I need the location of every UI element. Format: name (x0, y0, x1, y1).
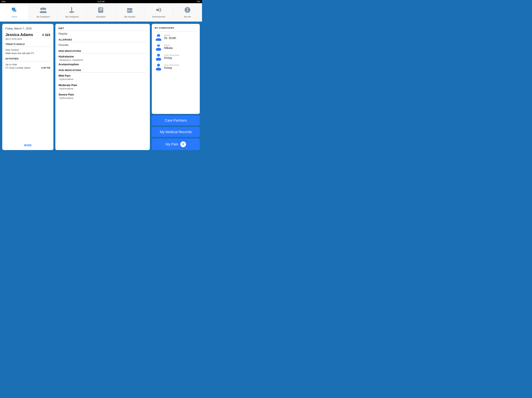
svg-rect-15 (99, 10, 101, 11)
svg-rect-37 (158, 44, 159, 44)
nav-item-entertainment[interactable]: Entertainment (144, 3, 173, 21)
caregivers-icon-1 (39, 7, 47, 15)
activity-label-2: CT Scan Lumbar Spine (6, 66, 30, 69)
svg-point-38 (157, 54, 160, 57)
activity-row-1: Up to chair (6, 63, 50, 66)
my-medical-records-button[interactable]: My Medical Records (152, 127, 200, 137)
caregiver-nurse: Nurse Mikala (155, 43, 197, 51)
svg-rect-11 (69, 12, 74, 12)
caregivers-icon-2 (69, 7, 76, 15)
doctor-name: Dr. Smith (164, 37, 176, 40)
nav-label-entertainment: Entertainment (152, 16, 165, 18)
doctor-role: Doctor (164, 34, 176, 37)
main-content: Friday, March 7, 2020 Jessica Adams # 32… (0, 22, 202, 152)
caregivers-card: MY CAREGIVERS Doctor Dr. Smith (152, 24, 200, 114)
goals-divider (6, 47, 50, 47)
svg-point-39 (156, 58, 161, 61)
nav-item-my-caregivers-1[interactable]: My Caregivers (29, 3, 57, 21)
caregiver-tech-1: Care Technician Krissy (155, 53, 197, 61)
activities-section-title: ACTIVITIES (6, 57, 50, 60)
svg-rect-22 (128, 10, 130, 11)
patient-name: Jessica Adams (6, 32, 33, 37)
svg-rect-9 (71, 7, 72, 12)
svg-point-35 (156, 48, 161, 51)
activity-time-2: 4:00 PM (41, 66, 50, 69)
new-med-1-effects: Sleepiness, Headache (59, 58, 147, 61)
diet-value: Regular (58, 32, 147, 35)
doctor-info: Doctor Dr. Smith (164, 34, 176, 40)
pain-med-moderate-med: Hydrocodone (59, 87, 147, 90)
nav-label-my-hospital: My Hospital (124, 16, 135, 18)
nav-label-home: Home (12, 16, 17, 18)
new-med-1-name: Hydralazine (58, 55, 147, 58)
nav-label-my-info: My Info (184, 16, 191, 18)
tech-2-info: Care Technician Krissy (164, 64, 179, 69)
caregiver-doctor: Doctor Dr. Smith (155, 33, 197, 41)
entertainment-icon (155, 7, 162, 15)
device-name: iPad (2, 0, 6, 3)
svg-point-31 (156, 38, 161, 41)
svg-rect-16 (98, 7, 99, 13)
nav-item-my-caregivers-2[interactable]: My Caregivers (58, 3, 87, 21)
svg-rect-33 (158, 36, 159, 38)
navigation-bar: Home My Caregivers My Caregivers (0, 3, 202, 22)
svg-point-7 (44, 8, 46, 10)
nav-item-my-info[interactable]: My Info (173, 3, 202, 21)
new-medications-title: NEW MEDICATIONS (58, 50, 147, 52)
pain-medications-title: PAIN MEDICATIONS (58, 69, 147, 71)
my-pain-button[interactable]: My Pain 5 (152, 139, 200, 150)
nurse-avatar (155, 43, 162, 51)
my-pain-label: My Pain (165, 142, 178, 146)
info-icon (184, 7, 191, 15)
new-med-2-name: Acetaminophen (58, 63, 147, 66)
status-bar: iPad 8:15 AM 73% (0, 0, 202, 3)
battery: 73% (196, 0, 200, 3)
goal-item-2: Walk down the hall with PT. (6, 52, 50, 55)
caregiver-tech-2: Care Technician Krissy (155, 63, 197, 70)
svg-rect-13 (99, 8, 102, 9)
svg-rect-1 (13, 9, 16, 12)
care-partners-button[interactable]: Care Partners (152, 115, 200, 126)
svg-rect-19 (127, 8, 132, 9)
svg-rect-28 (187, 9, 188, 12)
pain-med-mild-med: Hydrocodone (59, 78, 147, 81)
goals-section-title: TODAY'S GOALS (6, 43, 50, 45)
pain-med-mild-level: Mild Pain (58, 74, 147, 77)
tech-2-name: Krissy (164, 66, 179, 69)
education-icon (98, 7, 104, 15)
tech-avatar-2 (155, 63, 162, 70)
nav-item-my-hospital[interactable]: My Hospital (115, 3, 144, 21)
nurse-info: Nurse Mikala (164, 44, 173, 50)
svg-rect-26 (156, 9, 158, 11)
allergies-divider (58, 42, 147, 42)
tech-avatar-1 (155, 53, 162, 61)
nurse-name: Mikala (164, 46, 173, 50)
nav-label-my-caregivers-1: My Caregivers (37, 16, 50, 18)
new-med-2: Acetaminophen (58, 63, 147, 66)
patient-date: Friday, March 7, 2020 (6, 27, 50, 30)
patient-room: # 323 (42, 33, 50, 37)
activity-label-1: Up to chair (6, 63, 17, 66)
svg-rect-24 (128, 9, 132, 9)
nav-item-education[interactable]: Education (87, 3, 115, 21)
more-link[interactable]: MORE (6, 142, 50, 147)
doctor-avatar (155, 33, 162, 41)
pain-score-badge: 5 (180, 141, 186, 147)
pain-med-severe-level: Severe Pain (58, 93, 147, 96)
pain-med-mild: Mild Pain Hydrocodone (58, 74, 147, 82)
right-panel: MY CAREGIVERS Doctor Dr. Smith (152, 24, 200, 150)
activity-row-2: CT Scan Lumbar Spine 4:00 PM (6, 66, 50, 69)
nav-label-education: Education (96, 16, 106, 18)
diet-divider (58, 31, 147, 31)
tech-1-role: Care Technician (164, 54, 179, 56)
nav-item-home[interactable]: Home (0, 3, 29, 21)
nurse-role: Nurse (164, 44, 173, 46)
patient-name-row: Jessica Adams # 323 (6, 32, 50, 37)
tech-1-info: Care Technician Krissy (164, 54, 179, 60)
tech-2-role: Care Technician (164, 64, 179, 66)
nav-label-my-caregivers-2: My Caregivers (65, 16, 79, 18)
pain-meds-divider (58, 72, 147, 73)
svg-point-40 (157, 64, 160, 67)
medical-info-card: DIET Regular ALLERGIES Penicillin NEW ME… (55, 24, 150, 150)
allergy-value: Penicillin (58, 44, 147, 47)
